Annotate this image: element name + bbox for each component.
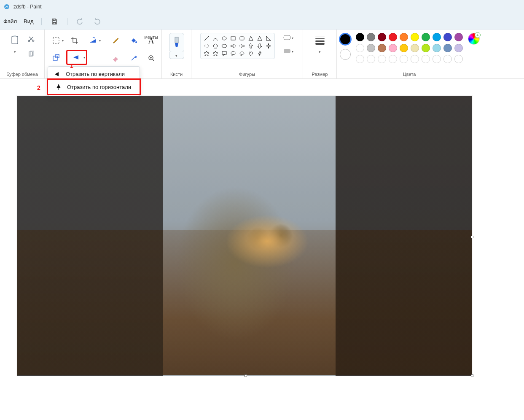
shape-more[interactable] bbox=[265, 50, 272, 57]
swatch[interactable] bbox=[433, 33, 441, 41]
swatch-empty[interactable] bbox=[367, 55, 375, 63]
menu-file[interactable]: Файл bbox=[3, 18, 17, 24]
swatch[interactable] bbox=[356, 33, 364, 41]
swatch-empty[interactable] bbox=[378, 55, 386, 63]
size-button[interactable] bbox=[312, 33, 328, 48]
svg-rect-12 bbox=[175, 37, 178, 43]
copy-button[interactable] bbox=[25, 48, 37, 60]
shape-outline-button[interactable]: ▾ bbox=[280, 33, 294, 43]
magnifier-tool[interactable] bbox=[144, 51, 159, 66]
swatch[interactable] bbox=[433, 44, 441, 52]
color-picker-tool[interactable] bbox=[126, 51, 141, 66]
swatch[interactable] bbox=[367, 33, 375, 41]
group-label-colors: Цвета bbox=[403, 70, 416, 77]
swatch[interactable] bbox=[367, 44, 375, 52]
shape-pentagon[interactable] bbox=[212, 43, 219, 49]
redo-button[interactable] bbox=[92, 16, 102, 27]
brush-button[interactable] bbox=[169, 33, 184, 52]
shape-roundrect[interactable] bbox=[239, 35, 245, 42]
flip-button[interactable]: ▾ bbox=[66, 50, 87, 65]
swatch[interactable] bbox=[378, 44, 386, 52]
swatch[interactable] bbox=[378, 33, 386, 41]
copy-icon bbox=[28, 51, 35, 57]
shape-righttri[interactable] bbox=[265, 35, 272, 42]
shape-6star[interactable] bbox=[212, 50, 219, 57]
rotate-button[interactable]: ▾ bbox=[85, 33, 102, 48]
flip-vertical-item[interactable]: Отразить по вертикали bbox=[48, 68, 140, 80]
swatch[interactable] bbox=[422, 44, 430, 52]
svg-point-19 bbox=[241, 55, 242, 56]
resize-button[interactable] bbox=[48, 50, 64, 65]
swatch[interactable] bbox=[389, 33, 397, 41]
select-button[interactable]: ▾ bbox=[48, 33, 64, 48]
swatch[interactable] bbox=[400, 44, 408, 52]
swatch-empty[interactable] bbox=[389, 55, 397, 63]
shape-arrow-l[interactable] bbox=[239, 43, 245, 49]
flip-horizontal-item[interactable]: Отразить по горизонтали bbox=[47, 78, 141, 95]
save-button[interactable] bbox=[49, 16, 59, 27]
undo-button[interactable] bbox=[75, 16, 85, 27]
swatch-empty[interactable] bbox=[411, 55, 419, 63]
shape-lightning[interactable] bbox=[256, 50, 263, 57]
color-2[interactable] bbox=[340, 49, 351, 60]
shape-triangle[interactable] bbox=[256, 35, 263, 42]
swatch[interactable] bbox=[356, 44, 364, 52]
pencil-tool[interactable] bbox=[108, 33, 124, 48]
swatch-empty[interactable] bbox=[422, 55, 430, 63]
shape-callout-rect[interactable] bbox=[221, 50, 228, 57]
swatch[interactable] bbox=[454, 44, 463, 52]
size-dd[interactable]: ▾ bbox=[319, 50, 321, 54]
zoom-icon bbox=[148, 54, 155, 62]
swatch[interactable] bbox=[443, 33, 452, 41]
paste-dd[interactable]: ▾ bbox=[14, 50, 16, 54]
paste-button[interactable] bbox=[8, 33, 23, 48]
color-palette bbox=[356, 33, 464, 64]
shape-callout-oval[interactable] bbox=[230, 50, 236, 57]
eraser-tool[interactable] bbox=[108, 51, 124, 66]
swatch-empty[interactable] bbox=[454, 55, 463, 63]
canvas-image[interactable] bbox=[17, 96, 472, 376]
fill-tool[interactable] bbox=[126, 33, 141, 48]
shape-oval[interactable] bbox=[221, 35, 228, 42]
shape-heart[interactable] bbox=[247, 50, 254, 57]
cut-button[interactable] bbox=[25, 33, 37, 45]
shape-rect[interactable] bbox=[230, 35, 236, 42]
edit-colors-button[interactable] bbox=[468, 33, 480, 45]
shape-hexagon[interactable] bbox=[221, 43, 228, 49]
swatch-empty[interactable] bbox=[400, 55, 408, 63]
callout-2: 2 bbox=[37, 84, 40, 91]
shape-fill-button[interactable]: ▾ bbox=[280, 46, 294, 57]
svg-rect-21 bbox=[284, 49, 290, 53]
shapes-gallery[interactable] bbox=[200, 33, 275, 59]
group-brushes: ▾ Кисти bbox=[162, 30, 191, 78]
swatch[interactable] bbox=[443, 44, 452, 52]
shape-5star[interactable] bbox=[203, 50, 210, 57]
shape-4star[interactable] bbox=[265, 43, 272, 49]
swatch-empty[interactable] bbox=[356, 55, 364, 63]
scissors-icon bbox=[28, 35, 35, 42]
shape-arrow-d[interactable] bbox=[256, 43, 263, 49]
chevron-down-icon: ▾ bbox=[292, 36, 293, 40]
shape-polygon[interactable] bbox=[247, 35, 254, 42]
swatch-empty[interactable] bbox=[443, 55, 452, 63]
svg-rect-1 bbox=[12, 36, 18, 44]
swatch[interactable] bbox=[454, 33, 463, 41]
crop-button[interactable] bbox=[66, 33, 83, 48]
shape-diamond[interactable] bbox=[203, 43, 210, 49]
shape-arrow-r[interactable] bbox=[230, 43, 236, 49]
swatch[interactable] bbox=[400, 33, 408, 41]
swatch[interactable] bbox=[389, 44, 397, 52]
color-1[interactable] bbox=[339, 33, 352, 46]
swatch[interactable] bbox=[422, 33, 430, 41]
menu-view[interactable]: Вид bbox=[24, 18, 34, 24]
shape-arrow-u[interactable] bbox=[247, 43, 254, 49]
redo-icon bbox=[93, 18, 101, 25]
brush-dropdown[interactable]: ▾ bbox=[169, 52, 184, 59]
swatch[interactable] bbox=[411, 33, 419, 41]
swatch[interactable] bbox=[411, 44, 419, 52]
shape-line[interactable] bbox=[203, 35, 210, 42]
shape-callout-cloud[interactable] bbox=[239, 50, 245, 57]
swatch-empty[interactable] bbox=[433, 55, 441, 63]
shape-curve[interactable] bbox=[212, 35, 219, 42]
svg-point-17 bbox=[231, 51, 235, 55]
